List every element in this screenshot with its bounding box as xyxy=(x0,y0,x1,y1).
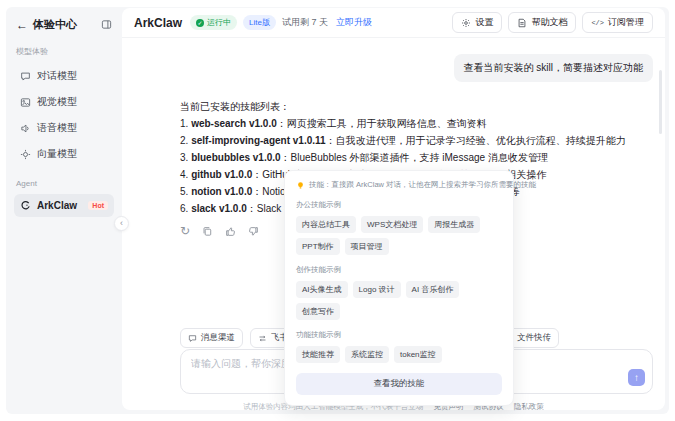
gear-icon xyxy=(461,18,471,28)
function-skill-chips: 技能推荐 系统监控 token监控 xyxy=(296,346,502,363)
document-icon xyxy=(517,18,527,28)
skill-chip[interactable]: token监控 xyxy=(394,346,442,363)
sidebar-item-chat-models[interactable]: 对话模型 xyxy=(14,63,114,89)
plan-badge: Lite版 xyxy=(243,15,276,30)
skill-chip[interactable]: WPS文档处理 xyxy=(361,216,423,233)
sidebar-title: 体验中心 xyxy=(33,17,77,32)
settings-button[interactable]: 设置 xyxy=(452,12,502,33)
collapse-sidebar-icon[interactable] xyxy=(101,19,112,30)
popup-tip-text: 技能：直接跟 ArkClaw 对话，让他在网上搜索并学习你所需要的技能 xyxy=(309,180,536,190)
skill-chip[interactable]: Logo 设计 xyxy=(353,281,401,298)
view-my-skills-button[interactable]: 查看我的技能 xyxy=(296,373,502,395)
trial-remaining-text: 试用剩 7 天 xyxy=(282,16,328,29)
skill-item: 2. self-improving-agent v1.0.11：自我改进代理，用… xyxy=(180,132,653,149)
thumbs-up-icon[interactable] xyxy=(225,226,236,237)
skill-chip[interactable]: 周报生成器 xyxy=(428,216,480,233)
sidebar-item-vision-models[interactable]: 视觉模型 xyxy=(14,89,114,115)
chat-bubble-icon xyxy=(188,334,197,343)
code-icon: </> xyxy=(591,19,604,27)
section-label-agent: Agent xyxy=(14,175,114,194)
swap-arrows-icon xyxy=(258,334,267,343)
image-icon xyxy=(20,97,31,108)
office-skill-chips: 内容总结工具 WPS文档处理 周报生成器 PPT制作 项目管理 xyxy=(296,216,502,255)
sidebar-header[interactable]: ← 体验中心 xyxy=(16,17,77,32)
skill-chip[interactable]: 创意写作 xyxy=(296,303,340,320)
skill-chip[interactable]: PPT制作 xyxy=(296,238,340,255)
skill-chip[interactable]: 项目管理 xyxy=(345,238,389,255)
skill-chip[interactable]: AI 音乐创作 xyxy=(406,281,460,298)
subscription-button[interactable]: </> 订阅管理 xyxy=(582,12,653,33)
skill-chip[interactable]: 系统监控 xyxy=(345,346,389,363)
tool-message-channels[interactable]: 消息渠道 xyxy=(180,328,243,348)
skill-chip[interactable]: 技能推荐 xyxy=(296,346,340,363)
footer-link-privacy[interactable]: 隐私政策 xyxy=(514,402,544,411)
vector-icon xyxy=(20,149,31,160)
skill-chip[interactable]: 内容总结工具 xyxy=(296,216,356,233)
skill-item: 1. web-search v1.0.0：网页搜索工具，用于获取网络信息、查询资… xyxy=(180,115,653,132)
user-message-bubble: 查看当前安装的 skill，简要描述对应功能 xyxy=(454,54,653,82)
status-badge: ✓ 运行中 xyxy=(190,15,237,30)
skill-chip[interactable]: AI头像生成 xyxy=(296,281,348,298)
copy-icon[interactable] xyxy=(202,226,213,237)
sidebar-item-voice-models[interactable]: 语音模型 xyxy=(14,115,114,141)
check-icon: ✓ xyxy=(196,19,204,27)
sidebar: ← 体验中心 模型体验 对话模型 视觉模型 语音模型 xyxy=(6,7,122,414)
popup-section-title: 创作技能示例 xyxy=(296,265,502,275)
skill-item: 3. bluebubbles v1.0.0：BlueBubbles 外部渠道插件… xyxy=(180,149,653,166)
popup-section-title: 功能技能示例 xyxy=(296,330,502,340)
chat-panel: ‹ ArkClaw ✓ 运行中 Lite版 试用剩 7 天 立即升级 设置 xyxy=(122,8,665,410)
audio-icon xyxy=(20,123,31,134)
skills-list-title: 当前已安装的技能列表： xyxy=(180,98,653,115)
chat-bubble-icon xyxy=(20,71,31,82)
upgrade-link[interactable]: 立即升级 xyxy=(336,16,372,29)
agent-title: ArkClaw xyxy=(134,16,182,30)
thumbs-down-icon[interactable] xyxy=(248,226,259,237)
popup-section-title: 办公技能示例 xyxy=(296,200,502,210)
chat-header: ArkClaw ✓ 运行中 Lite版 试用剩 7 天 立即升级 设置 xyxy=(122,8,665,38)
send-button[interactable]: ↑ xyxy=(628,369,645,386)
panel-collapse-chevron[interactable]: ‹ xyxy=(114,216,129,231)
sidebar-item-label: 视觉模型 xyxy=(37,95,77,109)
help-docs-button[interactable]: 帮助文档 xyxy=(508,12,576,33)
scrollbar[interactable] xyxy=(659,70,662,134)
skills-suggestion-popup: 技能：直接跟 ArkClaw 对话，让他在网上搜索并学习你所需要的技能 办公技能… xyxy=(284,170,514,406)
sidebar-item-label: 向量模型 xyxy=(37,147,77,161)
back-arrow-icon[interactable]: ← xyxy=(16,18,28,32)
sidebar-item-label: ArkClaw xyxy=(37,200,77,211)
section-label-models: 模型体验 xyxy=(14,42,114,63)
hot-badge: Hot xyxy=(88,201,108,210)
sidebar-item-label: 语音模型 xyxy=(37,121,77,135)
sidebar-item-arkclaw[interactable]: ArkClaw Hot xyxy=(14,194,114,217)
sidebar-item-label: 对话模型 xyxy=(37,69,77,83)
lightbulb-icon xyxy=(296,181,305,190)
regenerate-icon[interactable]: ↻ xyxy=(180,225,190,237)
arkclaw-logo-icon xyxy=(20,200,31,211)
experience-center-app: ← 体验中心 模型体验 对话模型 视觉模型 语音模型 xyxy=(6,7,669,414)
sidebar-item-vector-models[interactable]: 向量模型 xyxy=(14,141,114,167)
creative-skill-chips: AI头像生成 Logo 设计 AI 音乐创作 创意写作 xyxy=(296,281,502,320)
